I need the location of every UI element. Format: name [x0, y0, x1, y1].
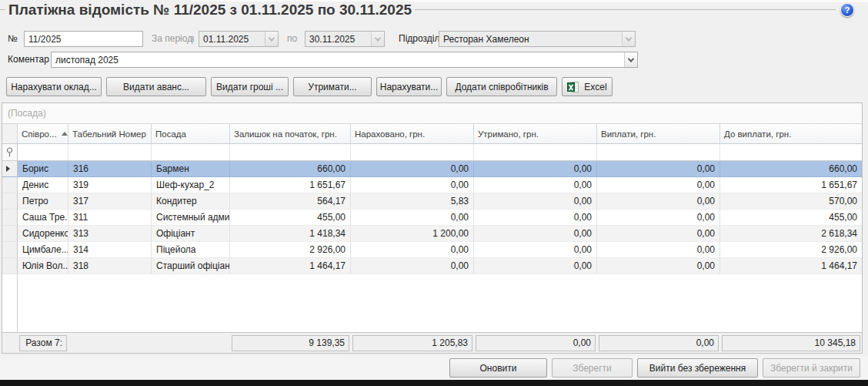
table-cell[interactable]: 1 651,67	[230, 177, 351, 193]
help-icon[interactable]: ?	[840, 3, 854, 17]
table-cell[interactable]: Борис	[18, 161, 68, 177]
withhold-button[interactable]: Утримати...	[293, 77, 372, 96]
table-cell[interactable]: 0,00	[474, 210, 597, 226]
table-row[interactable]: Саша Тре...311Системный адми...455,000,0…	[2, 210, 862, 226]
period-to-picker[interactable]: 30.11.2025	[305, 31, 385, 47]
accrue-salary-button[interactable]: Нарахувати оклад...	[6, 77, 102, 96]
table-cell[interactable]: 0,00	[351, 161, 474, 177]
filter-cell[interactable]	[152, 144, 230, 161]
table-cell[interactable]: 0,00	[351, 242, 474, 258]
group-panel[interactable]: (Посада)	[2, 103, 862, 124]
filter-cell[interactable]	[474, 144, 597, 161]
table-cell[interactable]: Офіціант	[152, 226, 230, 242]
chevron-down-icon[interactable]	[265, 32, 278, 46]
table-cell[interactable]: 1 651,67	[720, 177, 862, 193]
filter-pin-icon[interactable]	[2, 144, 18, 161]
column-header-due[interactable]: До виплати, грн.	[720, 124, 862, 144]
chevron-down-icon[interactable]	[624, 52, 637, 67]
table-row[interactable]: Юлія Вол...318Старший офіціант1 464,170,…	[2, 258, 862, 274]
filter-cell[interactable]	[18, 144, 68, 161]
accrue-button[interactable]: Нарахувати...	[376, 77, 442, 96]
table-cell[interactable]: 660,00	[230, 161, 351, 177]
table-cell[interactable]: Системный адми...	[152, 210, 230, 226]
comment-input[interactable]: листопад 2025	[51, 52, 638, 68]
table-cell[interactable]: 0,00	[474, 177, 597, 193]
refresh-button[interactable]: Оновити	[449, 358, 547, 378]
save-and-close-button[interactable]: Зберегти й закрити	[763, 358, 860, 378]
table-cell[interactable]: 0,00	[597, 242, 720, 258]
exit-without-saving-button[interactable]: Вийти без збереження	[637, 358, 758, 378]
column-header-personnel-number[interactable]: Табельний Номер	[68, 124, 152, 144]
table-cell[interactable]: 0,00	[597, 193, 720, 210]
table-cell[interactable]: 0,00	[597, 226, 720, 242]
table-cell[interactable]: Піцейола	[152, 242, 230, 258]
period-from-picker[interactable]: 01.11.2025	[199, 31, 279, 47]
table-cell[interactable]: Кондитер	[152, 193, 230, 210]
table-cell[interactable]: 318	[68, 258, 152, 274]
excel-export-button[interactable]: Excel	[562, 77, 613, 96]
table-cell[interactable]: Бармен	[152, 161, 230, 177]
issue-advance-button[interactable]: Видати аванс...	[106, 77, 206, 96]
table-cell[interactable]: 564,17	[230, 193, 351, 210]
column-header-employee[interactable]: Співро...	[18, 124, 68, 144]
filter-cell[interactable]	[68, 144, 152, 161]
table-cell[interactable]: 5,83	[351, 193, 474, 210]
table-cell[interactable]: 1 418,34	[230, 226, 351, 242]
table-cell[interactable]: 314	[68, 242, 152, 258]
table-row[interactable]: Денис319Шеф-кухар_21 651,670,000,000,001…	[2, 177, 862, 193]
column-header-payments[interactable]: Виплати, грн.	[597, 124, 720, 144]
table-cell[interactable]: 2 618,34	[720, 226, 862, 242]
table-cell[interactable]: 0,00	[474, 193, 597, 210]
save-button[interactable]: Зберегти	[552, 358, 633, 378]
table-cell[interactable]: 455,00	[720, 210, 862, 226]
table-cell[interactable]: Денис	[18, 177, 68, 193]
table-cell[interactable]: 0,00	[474, 226, 597, 242]
table-cell[interactable]: Цимбале...	[18, 242, 68, 258]
table-cell[interactable]: 1 464,17	[720, 258, 862, 274]
table-cell[interactable]: 0,00	[597, 177, 720, 193]
table-cell[interactable]: 1 200,00	[351, 226, 474, 242]
table-cell[interactable]: 2 926,00	[720, 242, 862, 258]
table-cell[interactable]: 0,00	[351, 177, 474, 193]
table-cell[interactable]: 319	[68, 177, 152, 193]
table-cell[interactable]: 1 464,17	[230, 258, 351, 274]
table-cell[interactable]: 0,00	[597, 161, 720, 177]
issue-money-button[interactable]: Видати гроші ...	[211, 77, 289, 96]
table-cell[interactable]: Сидоренко	[18, 226, 68, 242]
table-cell[interactable]: 0,00	[351, 210, 474, 226]
table-cell[interactable]: 455,00	[230, 210, 351, 226]
department-select[interactable]: Ресторан Хамелеон	[439, 31, 636, 47]
table-row[interactable]: Борис316Бармен660,000,000,000,00660,00	[2, 161, 862, 177]
table-row[interactable]: Сидоренко313Офіціант1 418,341 200,000,00…	[2, 226, 862, 242]
table-cell[interactable]: 0,00	[351, 258, 474, 274]
column-header-position[interactable]: Посада	[152, 124, 230, 144]
table-cell[interactable]: 0,00	[597, 210, 720, 226]
column-header-accrued[interactable]: Нараховано, грн.	[351, 124, 474, 144]
table-cell[interactable]: 570,00	[720, 193, 862, 210]
table-cell[interactable]: 317	[68, 193, 152, 210]
table-cell[interactable]: 316	[68, 161, 152, 177]
table-cell[interactable]: Старший офіціант	[152, 258, 230, 274]
table-cell[interactable]: 0,00	[474, 258, 597, 274]
number-input[interactable]: 11/2025	[24, 31, 143, 47]
table-cell[interactable]: 2 926,00	[230, 242, 351, 258]
filter-cell[interactable]	[230, 144, 351, 161]
table-cell[interactable]: 313	[68, 226, 152, 242]
filter-cell[interactable]	[351, 144, 474, 161]
add-employees-button[interactable]: Додати співробітників	[446, 77, 557, 96]
column-header-withheld[interactable]: Утримано, грн.	[474, 124, 597, 144]
table-cell[interactable]: 311	[68, 210, 152, 226]
filter-cell[interactable]	[597, 144, 720, 161]
table-cell[interactable]: Шеф-кухар_2	[152, 177, 230, 193]
table-cell[interactable]: 0,00	[474, 242, 597, 258]
table-cell[interactable]: 0,00	[474, 161, 597, 177]
table-cell[interactable]: Петро	[18, 193, 68, 210]
column-header-opening-balance[interactable]: Залишок на початок, грн.	[230, 124, 351, 144]
table-cell[interactable]: Юлія Вол...	[18, 258, 68, 274]
table-cell[interactable]: Саша Тре...	[18, 210, 68, 226]
table-row[interactable]: Петро317Кондитер564,175,830,000,00570,00	[2, 193, 862, 210]
filter-cell[interactable]	[720, 144, 862, 161]
table-row[interactable]: Цимбале...314Піцейола2 926,000,000,000,0…	[2, 242, 862, 258]
table-cell[interactable]: 660,00	[720, 161, 862, 177]
chevron-down-icon[interactable]	[622, 32, 635, 46]
